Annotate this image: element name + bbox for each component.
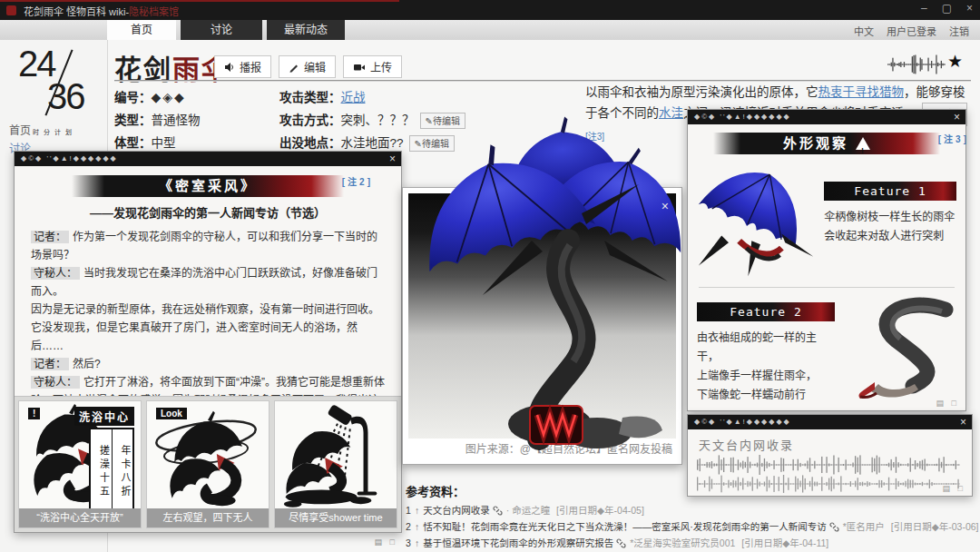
broadcast-button[interactable]: 播报 bbox=[214, 55, 271, 78]
broadcast-label: 播报 bbox=[240, 59, 261, 74]
panel-corner-icons[interactable]: ▤ □ bbox=[375, 537, 397, 547]
comic-cards-strip: ! 洗浴中心 搓澡十五 年卡八折 “洗浴中心全天开放” bbox=[15, 396, 401, 532]
dialog-line: 它没发现我，但是它果真破开了房门，进入密室时间无人的浴场，然后…… bbox=[31, 319, 385, 355]
interview-panel: ◆©◆ ''◆▲!◆◆◆◆◆◆ × 《密室采风》[注2] ——发现花剑雨伞的第一… bbox=[14, 151, 402, 533]
card-bathhouse[interactable]: ! 洗浴中心 搓澡十五 年卡八折 “洗浴中心全天开放” bbox=[18, 400, 142, 528]
bathhouse-sign: 洗浴中心 bbox=[74, 407, 134, 426]
info-habitat: 出没地点：水洼地面??✎待编辑 bbox=[279, 133, 455, 152]
interview-panel-titlebar[interactable]: ◆©◆ ''◆▲!◆◆◆◆◆◆ × bbox=[15, 152, 401, 166]
maximize-button[interactable]: ▢ bbox=[942, 2, 952, 15]
panel-corner-icons[interactable]: ▤ □ bbox=[936, 399, 959, 408]
titlebar-glyphs: ◆©◆ ''◆▲!◆◆◆◆◆◆ bbox=[694, 113, 791, 121]
reference-item: 3↑基于恒温环境下花剑雨伞的外形观察研究报告*泛星海实验室研究员001 [引用日… bbox=[406, 535, 977, 551]
feature-2-block: Feature 2 由衣袖组成的蛇一样的主干， 上端像手一样握住雨伞， 下端像蛇… bbox=[688, 290, 965, 407]
window-title: 花剑雨伞 怪物百科 wiki-隐秘档案馆 bbox=[24, 4, 179, 18]
pencil-icon bbox=[289, 62, 299, 73]
upload-button[interactable]: 上传 bbox=[343, 55, 402, 78]
feature-1-banner: Feature 1 bbox=[824, 182, 956, 201]
window-title-text: 花剑雨伞 怪物百科 wiki- bbox=[24, 6, 129, 17]
ref-up-arrow[interactable]: ↑ bbox=[415, 521, 419, 532]
audio-panel-title: 天文台内网收录 bbox=[699, 436, 972, 453]
edit-button[interactable]: 编辑 bbox=[279, 55, 336, 78]
puddle-link[interactable]: 水洼 bbox=[659, 106, 683, 120]
link-icon bbox=[493, 506, 503, 516]
tab-latest[interactable]: 最新动态 bbox=[267, 20, 345, 40]
shape-footnote-ref[interactable]: [注3] bbox=[938, 129, 969, 151]
ref-title[interactable]: 天文台内网收录 bbox=[423, 505, 490, 516]
interview-footnote-ref[interactable]: [注2] bbox=[342, 172, 373, 193]
shape-panel-titlebar[interactable]: ◆©◆ ''◆▲!◆◆◆◆◆◆ × bbox=[688, 110, 965, 124]
feature-2-banner: Feature 2 bbox=[697, 302, 835, 321]
login-status: 用户已登录 bbox=[887, 24, 936, 38]
ref-title[interactable]: 恬不知耻！花剑雨伞竟在光天化日之下当众洗澡！——密室采风·发现花剑雨伞的第一人新… bbox=[423, 521, 827, 532]
audio-waveform-track-1[interactable] bbox=[697, 455, 972, 475]
ref-up-arrow[interactable]: ↑ bbox=[415, 505, 419, 516]
feature-1-illustration bbox=[697, 158, 820, 283]
price-col-right: 年卡八折 bbox=[113, 429, 133, 509]
image-source-caption: 图片来源：@【超自然论坛】匿名网友投稿 bbox=[408, 439, 676, 458]
feature-2-text: 由衣袖组成的蛇一样的主干， 上端像手一样握住雨伞， 下端像蛇一样蠕动前行 bbox=[697, 329, 835, 405]
tab-home[interactable]: 首页 bbox=[107, 20, 176, 40]
edit-label: 编辑 bbox=[304, 59, 326, 74]
ref-up-arrow[interactable]: ↑ bbox=[415, 537, 419, 548]
dialog-line: 记者：作为第一个发现花剑雨伞的守秘人，可以和我们分享一下当时的场景吗？ bbox=[31, 228, 385, 264]
app-window: 花剑雨伞 怪物百科 wiki-隐秘档案馆 – ▢ × 中文 用户已登录 注销 首… bbox=[0, 0, 980, 552]
feature-2-illustration bbox=[838, 293, 955, 400]
tab-discussion[interactable]: 讨论 bbox=[181, 20, 262, 40]
references-section: 参考资料： 1↑天文台内网收录· 命运之瞳 [引用日期◆年-04-05] 2↑恬… bbox=[406, 482, 977, 551]
description-footnote-ref[interactable]: [注3] bbox=[585, 132, 604, 142]
window-title-accent: 隐秘档案馆 bbox=[129, 6, 179, 17]
exclaim-badge: ! bbox=[28, 408, 40, 419]
minimize-button[interactable]: – bbox=[921, 2, 927, 15]
dialog-line: 记者：然后? bbox=[31, 355, 385, 373]
logo-36: 36 bbox=[47, 76, 84, 117]
link-icon bbox=[616, 538, 626, 548]
dialog-line: 守秘人：当时我发现它在桑泽的洗浴中心门口跃跃欲试，好像准备破门而入。 bbox=[31, 264, 385, 301]
card-caption: 左右观望，四下无人 bbox=[147, 508, 269, 527]
references-heading: 参考资料： bbox=[406, 482, 977, 499]
close-icon[interactable]: × bbox=[662, 199, 669, 213]
titlebar-accent-line bbox=[0, 0, 399, 2]
price-col-left: 搓澡十五 bbox=[91, 429, 113, 509]
card-shower[interactable]: 尽情享受shower time bbox=[274, 400, 397, 528]
melee-link[interactable]: 近战 bbox=[341, 91, 366, 104]
sidebar-item-home[interactable]: 首页 bbox=[9, 122, 31, 137]
card-caption: 尽情享受shower time bbox=[275, 508, 397, 527]
card-caption: “洗浴中心全天开放” bbox=[19, 508, 141, 527]
umbrella-creature-shower bbox=[275, 401, 397, 515]
artwork-panel: × 图片来源：@【超自然论坛】匿名网友投稿 bbox=[402, 187, 682, 465]
close-button[interactable]: × bbox=[966, 2, 973, 15]
close-icon[interactable]: × bbox=[954, 111, 960, 123]
feature-divider bbox=[699, 287, 955, 288]
card-looking[interactable]: Look 左右观望，四下无人 bbox=[146, 400, 270, 528]
audio-panel-titlebar[interactable]: ◆©◆ ''◆▲!◆◆◆◆◆◆ × bbox=[688, 415, 972, 429]
dialog-line: 因为是无记录的新型原体，我在远处稍作观察，没有第一时间进行回收。 bbox=[31, 301, 385, 319]
reference-item: 2↑恬不知耻！花剑雨伞竟在光天化日之下当众洗澡！——密室采风·发现花剑雨伞的第一… bbox=[406, 518, 977, 535]
camera-icon bbox=[353, 62, 366, 73]
close-icon[interactable]: × bbox=[389, 153, 396, 165]
favorite-star-icon[interactable]: ★ bbox=[947, 51, 963, 72]
artwork-background: × bbox=[408, 193, 676, 439]
link-icon bbox=[829, 522, 839, 532]
audio-waveform-icon[interactable] bbox=[887, 54, 946, 74]
look-badge: Look bbox=[156, 408, 187, 419]
window-titlebar: 花剑雨伞 怪物百科 wiki-隐秘档案馆 – ▢ × bbox=[0, 0, 980, 20]
close-icon[interactable]: × bbox=[960, 416, 966, 429]
info-attack-method: 攻击方式：突刺、？？？✎待编辑 bbox=[279, 110, 466, 129]
hunting-link[interactable]: 热衷于寻找猎物 bbox=[818, 85, 905, 99]
interview-subtitle: ——发现花剑雨伞的第一人新闻专访（节选） bbox=[15, 203, 401, 221]
pending-edit-chip[interactable]: ✎待编辑 bbox=[420, 113, 466, 129]
pending-edit-chip[interactable]: ✎待编辑 bbox=[409, 135, 455, 152]
feature-1-block: Feature 1 伞柄像树枝一样生长的雨伞 会收起来对敌人进行突刺 bbox=[688, 154, 965, 285]
shape-header-banner: 外形观察! [注3] bbox=[713, 133, 940, 154]
info-attack-type: 攻击类型：近战 bbox=[279, 87, 366, 105]
reference-item: 1↑天文台内网收录· 命运之瞳 [引用日期◆年-04-05] bbox=[406, 502, 977, 518]
ref-title[interactable]: 基于恒温环境下花剑雨伞的外形观察研究报告 bbox=[423, 537, 613, 548]
upload-label: 上传 bbox=[370, 59, 392, 74]
feature-1-text: 伞柄像树枝一样生长的雨伞 会收起来对敌人进行突刺 bbox=[824, 208, 956, 246]
logout-link[interactable]: 注销 bbox=[949, 24, 969, 38]
app-icon bbox=[6, 5, 16, 15]
language-link[interactable]: 中文 bbox=[854, 24, 874, 38]
warning-icon: ! bbox=[856, 137, 870, 150]
titlebar-glyphs: ◆©◆ ''◆▲!◆◆◆◆◆◆ bbox=[21, 154, 118, 163]
